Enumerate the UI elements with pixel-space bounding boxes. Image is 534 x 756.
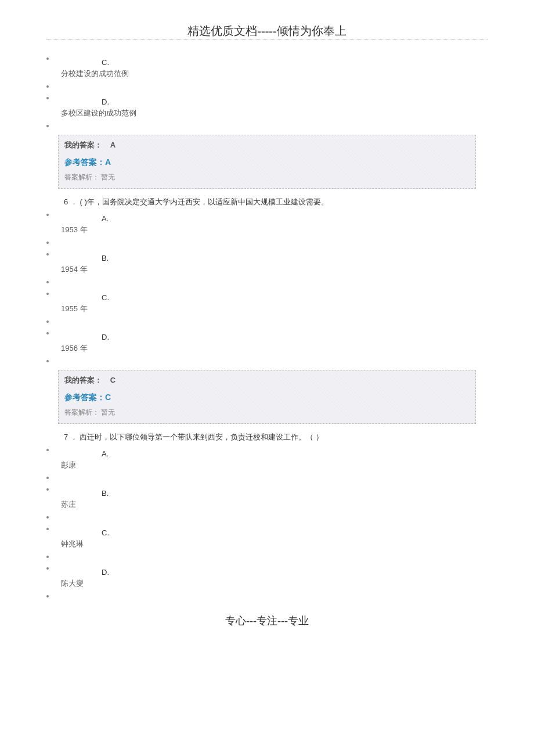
bullet-icon [46,556,49,558]
option-text: 多校区建设的成功范例 [61,108,476,123]
spacer [58,514,476,526]
option-a-row: A. 彭康 [58,447,476,475]
spacer [58,554,476,566]
option-letter: B. [61,251,476,264]
bullet-icon [46,332,49,334]
option-letter: D. [61,95,476,108]
option-letter: D. [61,330,476,343]
option-letter: C. [61,291,476,304]
option-c-row: C. 钟兆琳 [58,526,476,554]
bullet-icon [46,97,49,99]
question-text: 6 ． ( )年，国务院决定交通大学内迁西安，以适应新中国大规模工业建设需要。 [58,195,476,212]
option-d-row: D. 1956 年 [58,330,476,358]
spacer [58,279,476,291]
option-letter: B. [61,487,476,499]
bullet-icon [46,125,49,127]
header-text: 精选优质文档-----倾情为你奉上 [187,24,346,37]
bullet-icon [46,321,49,323]
analysis-label: 答案解析： [64,173,99,181]
option-text: 钟兆琳 [61,539,476,554]
bullet-icon [46,214,49,216]
option-d-row: D. 多校区建设的成功范例 [58,95,476,123]
my-answer-value: C [110,376,116,384]
option-text: 1954 年 [61,264,476,279]
spacer [58,475,476,487]
option-text: 1953 年 [61,225,476,240]
ref-answer-value: C [105,393,111,402]
my-answer-value: A [110,141,116,149]
bullet-icon [46,516,49,519]
analysis-value: 暂无 [101,408,115,416]
bullet-icon [46,360,49,362]
my-answer: 我的答案： C [64,375,470,393]
my-answer-label: 我的答案： [64,141,102,149]
bullet-icon [46,85,49,88]
bullet-icon [46,595,49,597]
bullet-icon [46,449,49,451]
option-text: 1956 年 [61,343,476,358]
analysis: 答案解析： 暂无 [64,408,470,419]
analysis-value: 暂无 [101,173,115,181]
bullet-icon [46,488,49,491]
page-footer: 专心---专注---专业 [58,614,476,628]
option-b-row: B. 苏庄 [58,487,476,514]
bullet-icon [46,281,49,283]
answer-box: 我的答案： A 参考答案：A 答案解析： 暂无 [58,135,476,189]
spacer [58,84,476,95]
option-a-row: A. 1953 年 [58,212,476,240]
analysis-label: 答案解析： [64,408,99,416]
option-letter: D. [61,566,476,578]
bullet-icon [46,528,49,530]
option-text: 1955 年 [61,304,476,319]
bullet-icon [46,293,49,295]
my-answer-label: 我的答案： [64,376,102,384]
option-c-row: C. 1955 年 [58,291,476,319]
page-header: 精选优质文档-----倾情为你奉上 [58,23,476,44]
footer-text: 专心---专注---专业 [225,615,309,627]
option-b-row: B. 1954 年 [58,251,476,279]
option-d-row: D. 陈大燮 [58,566,476,593]
bullet-icon [46,253,49,255]
bullet-icon [46,57,49,60]
option-text: 陈大燮 [61,578,476,593]
spacer [58,240,476,251]
ref-answer-label: 参考答案： [64,393,105,402]
bullet-icon [46,477,49,479]
ref-answer-value: A [105,157,111,167]
option-letter: A. [61,447,476,460]
option-text: 分校建设的成功范例 [61,69,476,84]
question-text: 7 ． 西迁时，以下哪位领导第一个带队来到西安，负责迁校和建设工作。（ ） [58,430,476,447]
option-letter: C. [61,56,476,69]
answer-box: 我的答案： C 参考答案：C 答案解析： 暂无 [58,370,476,424]
bullet-icon [46,242,49,244]
option-letter: A. [61,212,476,225]
option-text: 彭康 [61,460,476,475]
spacer [58,593,476,605]
analysis: 答案解析： 暂无 [64,172,470,183]
option-c-row: C. 分校建设的成功范例 [58,56,476,84]
spacer [58,123,476,135]
ref-answer: 参考答案：A [64,157,470,172]
spacer [58,358,476,370]
ref-answer-label: 参考答案： [64,157,105,167]
spacer [58,319,476,330]
option-letter: C. [61,526,476,539]
ref-answer: 参考答案：C [64,393,470,408]
bullet-icon [46,567,49,570]
option-text: 苏庄 [61,499,476,514]
my-answer: 我的答案： A [64,140,470,157]
